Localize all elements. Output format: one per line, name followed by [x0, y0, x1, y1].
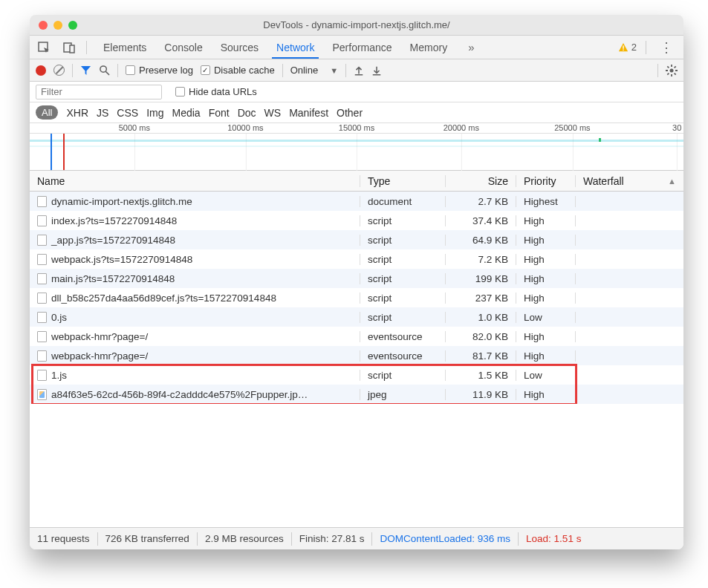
request-name: webpack.js?ts=1572270914848 — [51, 254, 192, 265]
table-row[interactable]: index.js?ts=1572270914848script37.4 KBHi… — [30, 211, 683, 230]
request-type: script — [360, 293, 446, 304]
request-size: 1.5 KB — [446, 370, 516, 381]
type-filter-manifest[interactable]: Manifest — [289, 107, 328, 119]
tab-sources[interactable]: Sources — [213, 36, 266, 59]
hide-data-urls-checkbox[interactable]: Hide data URLs — [175, 86, 257, 97]
request-size: 37.4 KB — [446, 215, 516, 226]
preserve-log-checkbox[interactable]: Preserve log — [126, 65, 193, 76]
search-icon[interactable] — [99, 65, 110, 76]
overview-timeline[interactable]: 5000 ms10000 ms15000 ms20000 ms25000 ms3… — [30, 123, 683, 171]
col-header-name[interactable]: Name — [30, 175, 360, 187]
table-row[interactable]: webpack-hmr?page=/eventsource82.0 KBHigh — [30, 327, 683, 346]
tab-console[interactable]: Console — [157, 36, 210, 59]
col-header-priority[interactable]: Priority — [516, 175, 576, 187]
table-row[interactable]: dynamic-import-nextjs.glitch.medocument2… — [30, 192, 683, 211]
separator — [646, 41, 646, 54]
checkbox-icon — [201, 65, 210, 75]
filter-toggle-icon[interactable] — [80, 65, 91, 76]
status-load: Load: 1.51 s — [526, 533, 581, 544]
document-file-icon — [37, 331, 47, 342]
svg-line-15 — [675, 73, 676, 74]
disable-cache-checkbox[interactable]: Disable cache — [201, 65, 275, 76]
type-filter-ws[interactable]: WS — [264, 107, 282, 119]
request-name: webpack-hmr?page=/ — [51, 350, 148, 362]
tab-network[interactable]: Network — [269, 36, 322, 59]
status-finish: Finish: 27.81 s — [299, 533, 365, 544]
device-toolbar-icon[interactable] — [61, 39, 77, 56]
timeline-tick: 30 — [672, 123, 681, 132]
document-file-icon — [37, 273, 47, 284]
settings-menu-button[interactable]: ⋮ — [655, 39, 678, 56]
request-type: eventsource — [360, 331, 446, 342]
devtools-window: DevTools - dynamic-import-nextjs.glitch.… — [30, 15, 683, 549]
request-priority: High — [516, 389, 576, 400]
request-name: dll_b58c257da4aa56d89cef.js?ts=157227091… — [51, 293, 276, 304]
separator — [657, 64, 658, 77]
inspect-element-icon[interactable] — [36, 39, 52, 56]
table-row[interactable]: main.js?ts=1572270914848script199 KBHigh — [30, 269, 683, 288]
record-button[interactable] — [36, 65, 46, 76]
type-filter-xhr[interactable]: XHR — [66, 107, 88, 119]
filter-bar: Hide data URLs — [30, 82, 683, 102]
table-row[interactable]: webpack-hmr?page=/eventsource81.7 KBHigh — [30, 346, 683, 365]
warnings-badge[interactable]: 2 — [618, 42, 637, 53]
filter-input[interactable] — [36, 85, 162, 99]
request-size: 11.9 KB — [446, 389, 516, 400]
svg-point-9 — [670, 68, 674, 72]
request-type: script — [360, 235, 446, 246]
type-filter-font[interactable]: Font — [209, 107, 230, 119]
status-transferred: 726 KB transferred — [105, 533, 189, 544]
table-body[interactable]: dynamic-import-nextjs.glitch.medocument2… — [30, 192, 683, 404]
col-header-size[interactable]: Size — [446, 175, 516, 187]
request-size: 81.7 KB — [446, 350, 516, 362]
request-name: dynamic-import-nextjs.glitch.me — [51, 196, 192, 207]
checkbox-icon — [126, 65, 135, 75]
type-filter-bar: All XHRJSCSSImgMediaFontDocWSManifestOth… — [30, 102, 683, 123]
tab-memory[interactable]: Memory — [403, 36, 455, 59]
network-settings-icon[interactable] — [666, 65, 678, 76]
col-header-type[interactable]: Type — [360, 175, 446, 187]
type-filter-doc[interactable]: Doc — [238, 107, 256, 119]
clear-button[interactable] — [53, 65, 65, 76]
timeline-tick: 15000 ms — [339, 123, 374, 132]
separator — [86, 41, 87, 54]
separator — [282, 64, 283, 77]
request-priority: High — [516, 331, 576, 342]
tab-elements[interactable]: Elements — [96, 36, 154, 59]
separator — [345, 64, 346, 77]
table-row[interactable]: 0.jsscript1.0 KBLow — [30, 307, 683, 327]
type-filter-media[interactable]: Media — [172, 107, 201, 119]
domcontentloaded-marker — [51, 134, 52, 170]
col-header-waterfall[interactable]: Waterfall ▲ — [576, 175, 683, 187]
type-filter-js[interactable]: JS — [97, 107, 108, 119]
throttling-select[interactable]: Online ▼ — [290, 65, 338, 76]
throttling-label: Online — [290, 65, 319, 76]
tab-performance[interactable]: Performance — [325, 36, 399, 59]
request-type: script — [360, 254, 446, 265]
type-filter-img[interactable]: Img — [146, 107, 163, 119]
table-row[interactable]: 1.jsscript1.5 KBLow — [30, 365, 683, 385]
image-file-icon — [37, 389, 47, 400]
type-filter-css[interactable]: CSS — [117, 107, 138, 119]
request-name: main.js?ts=1572270914848 — [51, 273, 175, 284]
request-size: 7.2 KB — [446, 254, 516, 265]
table-row[interactable]: dll_b58c257da4aa56d89cef.js?ts=157227091… — [30, 288, 683, 307]
timeline-tick: 20000 ms — [444, 123, 479, 132]
request-size: 64.9 KB — [446, 235, 516, 246]
upload-har-icon[interactable] — [354, 65, 364, 76]
timeline-tick: 5000 ms — [119, 123, 150, 132]
table-row[interactable]: _app.js?ts=1572270914848script64.9 KBHig… — [30, 230, 683, 249]
document-file-icon — [37, 293, 47, 304]
status-resources: 2.9 MB resources — [205, 533, 284, 544]
load-marker — [63, 134, 65, 170]
request-priority: High — [516, 273, 576, 284]
download-har-icon[interactable] — [371, 65, 382, 76]
request-priority: High — [516, 254, 576, 265]
more-tabs-button[interactable]: » — [464, 41, 478, 53]
timeline-tick: 25000 ms — [554, 123, 590, 132]
request-type: script — [360, 370, 446, 381]
type-filter-other[interactable]: Other — [337, 107, 363, 119]
type-filter-all[interactable]: All — [36, 105, 58, 120]
table-row[interactable]: webpack.js?ts=1572270914848script7.2 KBH… — [30, 249, 683, 269]
table-row[interactable]: a84f63e5-62cd-456b-89f4-c2adddc4e575%2Fp… — [30, 385, 683, 404]
